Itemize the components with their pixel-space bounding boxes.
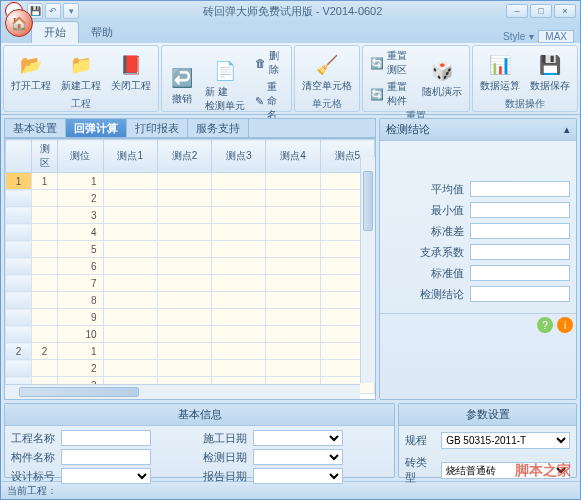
testdate-select[interactable]: [253, 449, 343, 465]
compname-input[interactable]: [61, 449, 151, 465]
window-title: 砖回弹大师免费试用版 - V2014-0602: [79, 4, 506, 19]
quick-access-toolbar: 💾 ↶ ▾: [27, 3, 79, 19]
work-area: 基本设置 回弹计算 打印报表 服务支持 测区测位测点1测点2测点3测点4测点51…: [1, 115, 580, 403]
app-orb-button[interactable]: 🏠: [5, 9, 33, 37]
qat-undo-icon[interactable]: ↶: [45, 3, 61, 19]
result-panel: 检测结论▴ 平均值 最小值 标准差 支承系数 标准值 检测结论 ? i: [379, 118, 577, 400]
new-unit-button[interactable]: 📄新 建 检测单元: [202, 56, 248, 115]
spec-select[interactable]: GB 50315-2011-T: [441, 432, 570, 449]
info-icon[interactable]: i: [557, 317, 573, 333]
document-new-icon: 📄: [212, 58, 238, 84]
bottom-area: 基本信息 工程名称 施工日期 构件名称 检测日期 设计标号 报告日期 参数设置 …: [1, 403, 580, 481]
conclusion-input[interactable]: [470, 286, 570, 302]
params-panel: 参数设置 规程GB 50315-2011-T 砖类型烧结普通砖: [398, 403, 577, 478]
stddev-input[interactable]: [470, 223, 570, 239]
style-label: Style: [503, 31, 525, 42]
avg-input[interactable]: [470, 181, 570, 197]
minimize-button[interactable]: –: [506, 4, 528, 18]
params-title: 参数设置: [466, 407, 510, 422]
bricktype-select[interactable]: 烧结普通砖: [441, 462, 570, 479]
basicinfo-panel: 基本信息 工程名称 施工日期 构件名称 检测日期 设计标号 报告日期: [4, 403, 395, 478]
style-dropdown-icon[interactable]: ▾: [529, 31, 534, 42]
help-icon[interactable]: ?: [537, 317, 553, 333]
result-title: 检测结论: [386, 122, 430, 137]
page-tabs: 基本设置 回弹计算 打印报表 服务支持: [4, 118, 376, 138]
folder-close-icon: 📕: [118, 52, 144, 78]
ribbon-tabstrip: 🏠 开始 帮助 Style ▾ MAX: [1, 21, 580, 43]
ptab-print[interactable]: 打印报表: [127, 119, 188, 137]
maximize-button[interactable]: □: [530, 4, 552, 18]
basicinfo-title: 基本信息: [178, 407, 222, 422]
titlebar: ⌂ 💾 ↶ ▾ 砖回弹大师免费试用版 - V2014-0602 – □ ×: [1, 1, 580, 21]
tab-start[interactable]: 开始: [31, 21, 79, 43]
delete-button[interactable]: 🗑删除: [252, 48, 287, 78]
ribbon: 📂打开工程 📁新建工程 📕关闭工程 工程 ↩️撤销 📄新 建 检测单元 🗑删除 …: [1, 43, 580, 115]
folder-new-icon: 📁: [68, 52, 94, 78]
rename-button[interactable]: ✎重命名: [252, 79, 287, 123]
clear-cell-button[interactable]: 🧹清空单元格: [299, 50, 355, 95]
right-pane: 检测结论▴ 平均值 最小值 标准差 支承系数 标准值 检测结论 ? i: [379, 118, 577, 400]
revoke-button[interactable]: ↩️撤销: [166, 63, 198, 108]
rename-icon: ✎: [255, 94, 264, 108]
close-project-button[interactable]: 📕关闭工程: [108, 50, 154, 95]
ribbon-group-project: 📂打开工程 📁新建工程 📕关闭工程 工程: [3, 45, 159, 112]
left-pane: 基本设置 回弹计算 打印报表 服务支持 测区测位测点1测点2测点3测点4测点51…: [4, 118, 376, 400]
qat-dropdown-icon[interactable]: ▾: [63, 3, 79, 19]
main-window: ⌂ 💾 ↶ ▾ 砖回弹大师免费试用版 - V2014-0602 – □ × 🏠 …: [0, 0, 581, 500]
folder-open-icon: 📂: [18, 52, 44, 78]
vertical-scrollbar[interactable]: [360, 157, 375, 383]
status-text: 当前工程：: [7, 484, 57, 498]
save-icon: 💾: [537, 52, 563, 78]
support-input[interactable]: [470, 244, 570, 260]
std-input[interactable]: [470, 265, 570, 281]
ptab-service[interactable]: 服务支持: [188, 119, 249, 137]
reset-component-button[interactable]: 🔄重置构件: [367, 79, 415, 109]
ribbon-group-dataop: 📊数据运算 💾数据保存 数据操作: [472, 45, 578, 112]
tab-help[interactable]: 帮助: [79, 22, 125, 43]
reset-icon: 🔄: [370, 56, 384, 70]
data-grid[interactable]: 测区测位测点1测点2测点3测点4测点5111234567891022123: [5, 139, 375, 394]
horizontal-scrollbar[interactable]: [5, 384, 360, 399]
ribbon-group-component: ↩️撤销 📄新 建 检测单元 🗑删除 ✎重命名 构件: [161, 45, 292, 112]
clear-icon: 🧹: [314, 52, 340, 78]
dice-icon: 🎲: [429, 58, 455, 84]
calc-icon: 📊: [487, 52, 513, 78]
delete-icon: 🗑: [255, 56, 266, 70]
open-project-button[interactable]: 📂打开工程: [8, 50, 54, 95]
reportdate-select[interactable]: [253, 468, 343, 484]
data-calc-button[interactable]: 📊数据运算: [477, 50, 523, 95]
close-button[interactable]: ×: [554, 4, 576, 18]
data-save-button[interactable]: 💾数据保存: [527, 50, 573, 95]
consdate-select[interactable]: [253, 430, 343, 446]
projname-input[interactable]: [61, 430, 151, 446]
panel-collapse-icon[interactable]: ▴: [564, 123, 570, 136]
reset-icon: 🔄: [370, 87, 384, 101]
ptab-basic[interactable]: 基本设置: [5, 119, 66, 137]
random-demo-button[interactable]: 🎲随机演示: [419, 56, 465, 101]
min-input[interactable]: [470, 202, 570, 218]
ptab-rebound[interactable]: 回弹计算: [66, 119, 127, 137]
max-button[interactable]: MAX: [538, 30, 574, 43]
undo-icon: ↩️: [169, 65, 195, 91]
designmark-select[interactable]: [61, 468, 151, 484]
ribbon-group-cell: 🧹清空单元格 单元格: [294, 45, 360, 112]
ribbon-group-reset: 🔄重置测区 🔄重置构件 🎲随机演示 重置: [362, 45, 470, 112]
new-project-button[interactable]: 📁新建工程: [58, 50, 104, 95]
reset-zone-button[interactable]: 🔄重置测区: [367, 48, 415, 78]
data-grid-container: 测区测位测点1测点2测点3测点4测点5111234567891022123: [4, 138, 376, 400]
